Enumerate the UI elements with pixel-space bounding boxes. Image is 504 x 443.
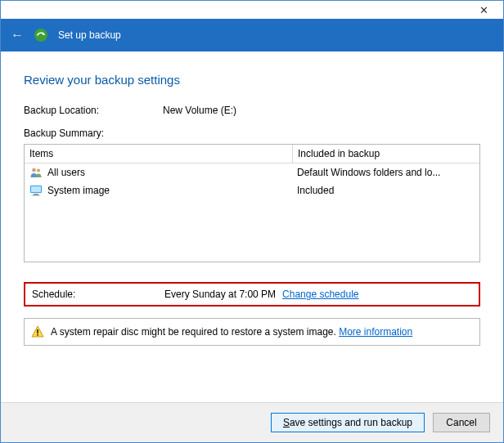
row-name: System image — [47, 185, 110, 196]
back-arrow-icon[interactable]: ← — [11, 28, 24, 43]
close-icon[interactable]: ✕ — [471, 1, 497, 20]
backup-location-value: New Volume (E:) — [163, 105, 236, 116]
svg-point-0 — [34, 29, 47, 42]
backup-summary-table: Items Included in backup All users — [24, 144, 480, 262]
schedule-row: Schedule: Every Sunday at 7:00 PM Change… — [24, 282, 480, 307]
column-header-items[interactable]: Items — [25, 145, 293, 163]
backup-summary-label: Backup Summary: — [24, 128, 163, 139]
backup-wizard-icon — [34, 28, 48, 43]
system-repair-note: A system repair disc might be required t… — [24, 318, 480, 346]
svg-rect-8 — [37, 334, 38, 336]
more-information-link[interactable]: More information — [339, 326, 412, 338]
row-included: Default Windows folders and lo... — [292, 163, 479, 181]
page-title: Review your backup settings — [24, 73, 480, 87]
table-row[interactable]: All users Default Windows folders and lo… — [25, 163, 479, 181]
save-settings-run-backup-button[interactable]: Save settings and run backup — [271, 413, 425, 432]
column-header-included[interactable]: Included in backup — [293, 145, 479, 163]
backup-location-label: Backup Location: — [24, 105, 163, 116]
cancel-button[interactable]: Cancel — [433, 413, 490, 432]
wizard-title: Set up backup — [58, 29, 121, 41]
table-row[interactable]: System image Included — [25, 181, 479, 199]
svg-rect-5 — [34, 194, 38, 195]
row-included: Included — [292, 181, 479, 199]
schedule-label: Schedule: — [32, 289, 164, 300]
warning-icon — [31, 325, 44, 338]
repair-note-text: A system repair disc might be required t… — [51, 326, 336, 338]
schedule-value: Every Sunday at 7:00 PM — [164, 289, 276, 300]
dialog-footer: Save settings and run backup Cancel — [1, 402, 503, 442]
wizard-header: ← Set up backup — [1, 19, 503, 51]
monitor-icon — [29, 184, 43, 197]
svg-rect-4 — [31, 186, 41, 192]
svg-rect-7 — [37, 329, 38, 333]
svg-point-2 — [37, 169, 40, 172]
users-icon — [29, 166, 43, 179]
row-name: All users — [47, 167, 85, 178]
svg-rect-6 — [33, 195, 40, 196]
change-schedule-link[interactable]: Change schedule — [282, 289, 358, 300]
svg-point-1 — [32, 168, 36, 172]
